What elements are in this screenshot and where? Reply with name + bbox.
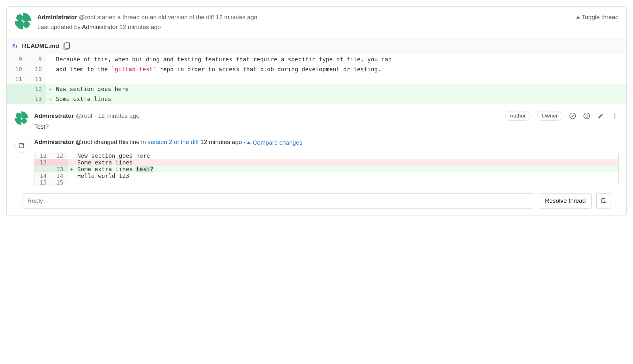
comment-author-name[interactable]: Administrator bbox=[34, 112, 74, 119]
diff-code bbox=[75, 179, 618, 186]
diff-sign bbox=[46, 64, 54, 74]
svg-point-0 bbox=[570, 113, 576, 119]
comment-header: Administrator @root · 12 minutes ago Aut… bbox=[34, 111, 619, 121]
line-number-old[interactable] bbox=[7, 94, 27, 104]
line-number-new[interactable]: 10 bbox=[27, 64, 46, 74]
line-number-old[interactable]: 11 bbox=[7, 74, 27, 84]
toggle-thread-button[interactable]: Toggle thread bbox=[576, 12, 619, 21]
line-number-new[interactable] bbox=[51, 159, 68, 166]
diff-code: Hello world 123 bbox=[75, 172, 618, 179]
diff-code bbox=[54, 74, 626, 84]
diff-row: 13+Some extra lines test? bbox=[34, 166, 618, 172]
line-number-old[interactable]: 10 bbox=[7, 64, 27, 74]
sys-action: changed this line in bbox=[94, 139, 146, 145]
thread-header: Administrator @root started a thread on … bbox=[7, 7, 626, 38]
diff-row: 1212New section goes here bbox=[34, 152, 618, 159]
diff-sign: + bbox=[46, 84, 54, 94]
comment-time: 12 minutes ago bbox=[98, 112, 140, 119]
diff-code: Because of this, when building and testi… bbox=[54, 54, 626, 64]
diff-row: 13+Some extra lines bbox=[7, 94, 626, 104]
system-note-text: Administrator @root changed this line in… bbox=[34, 139, 619, 146]
separator: · bbox=[244, 139, 245, 145]
diff-sign bbox=[68, 152, 75, 159]
line-number-new[interactable]: 13 bbox=[27, 94, 46, 104]
markdown-icon: M↓ bbox=[12, 43, 18, 49]
compose-icon bbox=[14, 139, 28, 153]
diff-code: New section goes here bbox=[54, 84, 626, 94]
line-number-old[interactable] bbox=[7, 84, 27, 94]
sys-author-handle[interactable]: @root bbox=[76, 139, 92, 145]
line-number-new[interactable]: 9 bbox=[27, 54, 46, 64]
line-number-old[interactable]: 12 bbox=[34, 152, 51, 159]
resolve-thread-label: Resolve thread bbox=[545, 197, 586, 204]
comment: Administrator @root · 12 minutes ago Aut… bbox=[14, 111, 619, 130]
line-number-new[interactable]: 15 bbox=[51, 179, 68, 186]
edit-pencil-icon[interactable] bbox=[597, 112, 605, 120]
last-updated-time: 12 minutes ago bbox=[119, 24, 161, 30]
file-header: M↓ README.md bbox=[7, 38, 626, 54]
svg-point-4 bbox=[614, 113, 615, 114]
avatar[interactable] bbox=[14, 12, 32, 30]
thread-action: started a thread on an old version of th… bbox=[97, 14, 214, 20]
emoji-icon[interactable] bbox=[583, 112, 591, 120]
file-name[interactable]: README.md bbox=[22, 42, 59, 49]
resolve-thread-button[interactable]: Resolve thread bbox=[539, 193, 592, 209]
diff-row: 1414Hello world 123 bbox=[34, 172, 618, 179]
line-number-old[interactable]: 14 bbox=[34, 172, 51, 179]
copy-path-icon[interactable] bbox=[64, 42, 70, 49]
thread-time: 12 minutes ago bbox=[216, 14, 257, 20]
comment-block: Administrator @root · 12 minutes ago Aut… bbox=[7, 104, 626, 216]
line-number-old[interactable]: 9 bbox=[7, 54, 27, 64]
svg-point-6 bbox=[614, 117, 615, 118]
line-number-new[interactable]: 12 bbox=[51, 152, 68, 159]
diff-sign: + bbox=[46, 94, 54, 104]
diff-row: 12+New section goes here bbox=[7, 84, 626, 94]
chevron-up-icon bbox=[247, 141, 251, 144]
diff-sign: + bbox=[68, 166, 75, 172]
diff-code: add them to the `gitlab-test` repo in or… bbox=[54, 64, 626, 74]
comment-body-text: Test? bbox=[34, 123, 619, 130]
reply-row: Resolve thread bbox=[14, 186, 619, 216]
diff-code: Some extra lines bbox=[75, 159, 618, 166]
compare-changes-label: Compare changes bbox=[253, 139, 302, 146]
kebab-menu-icon[interactable] bbox=[611, 112, 619, 120]
resolve-checkmark-icon[interactable] bbox=[569, 112, 576, 120]
diff-row: 99Because of this, when building and tes… bbox=[7, 54, 626, 64]
system-note: Administrator @root changed this line in… bbox=[14, 139, 619, 186]
svg-point-1 bbox=[584, 113, 590, 119]
diff-sign bbox=[68, 172, 75, 179]
thread-card: Administrator @root started a thread on … bbox=[6, 6, 627, 216]
toggle-thread-label: Toggle thread bbox=[582, 14, 619, 21]
diff-sign: - bbox=[68, 159, 75, 166]
line-number-old[interactable] bbox=[34, 166, 51, 172]
diff-row: 1111 bbox=[7, 74, 626, 84]
diff-row: 1515 bbox=[34, 179, 618, 186]
diff-code: Some extra lines bbox=[54, 94, 626, 104]
avatar[interactable] bbox=[14, 111, 28, 125]
last-updated-by[interactable]: Administrator bbox=[82, 24, 118, 30]
line-number-old[interactable]: 13 bbox=[34, 159, 51, 166]
reply-input[interactable] bbox=[22, 193, 534, 209]
thread-title: Administrator @root started a thread on … bbox=[37, 12, 570, 32]
compare-changes-toggle[interactable]: Compare changes bbox=[247, 139, 302, 146]
line-number-old[interactable]: 15 bbox=[34, 179, 51, 186]
chevron-up-icon bbox=[576, 16, 580, 19]
comment-actions: Author Owner bbox=[505, 111, 619, 121]
comment-author-handle[interactable]: @root bbox=[76, 112, 93, 119]
diff-code: New section goes here bbox=[75, 152, 618, 159]
line-number-new[interactable]: 12 bbox=[27, 84, 46, 94]
diff-code: Some extra lines test? bbox=[75, 166, 618, 172]
diff-row: 13-Some extra lines bbox=[34, 159, 618, 166]
svg-point-5 bbox=[614, 115, 615, 116]
line-number-new[interactable]: 14 bbox=[51, 172, 68, 179]
diff-version-link[interactable]: version 2 of the diff bbox=[148, 139, 199, 145]
resolve-new-issue-button[interactable] bbox=[596, 193, 611, 209]
author-handle[interactable]: @root bbox=[79, 14, 95, 20]
line-number-new[interactable]: 13 bbox=[51, 166, 68, 172]
diff-sign bbox=[68, 179, 75, 186]
sys-author-name[interactable]: Administrator bbox=[34, 139, 74, 145]
line-number-new[interactable]: 11 bbox=[27, 74, 46, 84]
diff-row: 1010add them to the `gitlab-test` repo i… bbox=[7, 64, 626, 74]
author-name[interactable]: Administrator bbox=[37, 14, 77, 20]
sys-time: 12 minutes ago bbox=[201, 139, 242, 145]
